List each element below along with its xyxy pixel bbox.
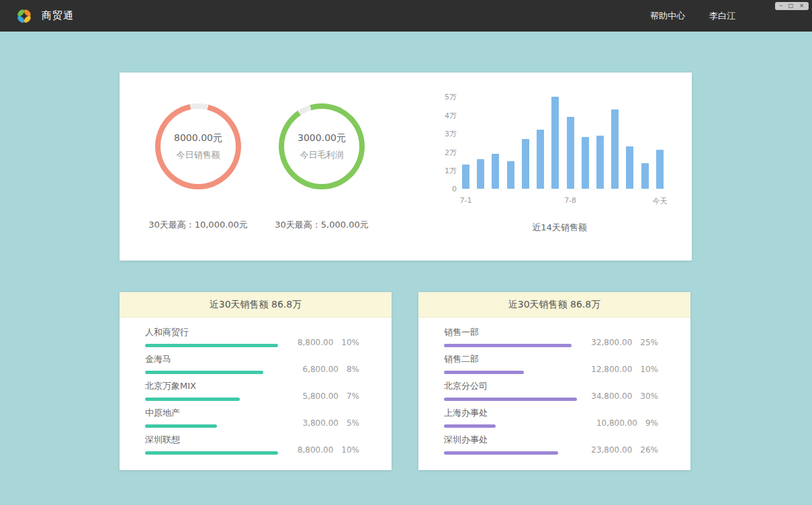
rank-bar-track xyxy=(444,451,577,455)
today-sales-block: 8000.00元 今日销售额 30天最高：10,000.00元 xyxy=(134,103,262,231)
bar-day xyxy=(462,165,469,189)
rank-bar xyxy=(145,424,217,428)
rank-percent: 10% xyxy=(640,365,658,374)
rank-bar-track xyxy=(444,424,577,428)
rank-bar-track xyxy=(444,371,577,374)
rank-percent: 8% xyxy=(347,365,359,374)
today-profit-donut: 3000.00元 今日毛利润 xyxy=(279,103,365,189)
rank-amount: 34,800.00 xyxy=(591,392,632,401)
rank-value: 10,800.009% xyxy=(596,418,658,428)
rank-bar-track xyxy=(145,398,278,401)
rank-item-name: 人和商贸行 xyxy=(145,326,359,338)
app-title: 商贸通 xyxy=(42,9,74,22)
y-tick-label: 3万 xyxy=(434,129,457,139)
rank-item-name: 深圳联想 xyxy=(145,434,359,446)
today-profit-donut-center: 3000.00元 今日毛利润 xyxy=(284,109,359,184)
rank-amount: 8,800.00 xyxy=(298,445,333,455)
x-tick-label: 7-8 xyxy=(564,196,576,205)
rank-amount: 10,800.00 xyxy=(596,418,637,428)
rank-value: 5,800.007% xyxy=(303,392,359,401)
bar-day xyxy=(522,139,529,189)
rank-value: 8,800.0010% xyxy=(298,445,359,455)
today-profit-max-note: 30天最高：5,000.00元 xyxy=(258,219,386,231)
rank-bar xyxy=(145,451,278,455)
app-logo-icon xyxy=(15,7,34,26)
rank-amount: 8,800.00 xyxy=(298,338,333,347)
bar-day xyxy=(626,146,633,189)
customer-rank-card: 近30天销售额 86.8万 人和商贸行8,800.0010%金海马6,800.0… xyxy=(120,292,392,470)
y-tick-label: 2万 xyxy=(434,148,457,158)
rank-bar-track xyxy=(145,344,278,347)
rank-item-name: 金海马 xyxy=(145,353,359,365)
overview-card: 8000.00元 今日销售额 30天最高：10,000.00元 3000.00元… xyxy=(120,73,692,261)
rank-value: 3,800.005% xyxy=(303,418,359,428)
daily-bar-plot xyxy=(462,97,664,189)
department-rank-title: 近30天销售额 86.8万 xyxy=(418,292,690,318)
minimize-icon[interactable]: – xyxy=(780,2,782,10)
rank-row: 上海办事处10,800.009% xyxy=(444,407,658,434)
rank-bar xyxy=(145,344,278,347)
rank-amount: 3,800.00 xyxy=(303,418,339,428)
bar-day xyxy=(567,117,574,189)
today-sales-donut-center: 8000.00元 今日销售额 xyxy=(161,109,236,184)
rank-percent: 10% xyxy=(341,338,359,347)
rank-row: 北京万象MIX5,800.007% xyxy=(145,380,359,407)
rank-bar-track xyxy=(145,371,278,374)
rank-percent: 26% xyxy=(640,445,658,455)
y-tick-label: 0 xyxy=(434,185,457,193)
today-profit-label: 今日毛利润 xyxy=(300,149,344,161)
daily-sales-chart: 5万4万3万2万1万0 7-17-8今天 xyxy=(434,91,669,207)
today-profit-block: 3000.00元 今日毛利润 30天最高：5,000.00元 xyxy=(258,103,386,231)
today-sales-donut: 8000.00元 今日销售额 xyxy=(155,103,241,189)
bar-day xyxy=(582,137,589,189)
rank-bar xyxy=(145,398,240,401)
bar-day xyxy=(641,163,649,189)
close-icon[interactable]: × xyxy=(799,2,804,10)
rank-row: 深圳办事处23,800.0026% xyxy=(444,434,658,461)
x-tick-label: 7-1 xyxy=(460,196,472,205)
rank-value: 34,800.0030% xyxy=(591,392,658,401)
rank-bar xyxy=(145,371,263,374)
bar-day xyxy=(596,136,604,189)
bar-day xyxy=(611,109,619,189)
topbar: 商贸通 帮助中心 李白江 – □ × xyxy=(0,0,812,32)
rank-item-name: 中原地产 xyxy=(145,407,359,419)
bar-day xyxy=(477,159,484,189)
today-sales-max-note: 30天最高：10,000.00元 xyxy=(134,219,262,231)
rank-item-name: 上海办事处 xyxy=(444,407,658,419)
rank-bar xyxy=(444,344,572,347)
rank-item-name: 销售一部 xyxy=(444,326,658,338)
rank-bar xyxy=(444,451,558,455)
help-center-link[interactable]: 帮助中心 xyxy=(650,10,685,22)
rank-row: 中原地产3,800.005% xyxy=(145,407,359,434)
rank-row: 销售二部12,800.0010% xyxy=(444,353,658,380)
customer-rank-title: 近30天销售额 86.8万 xyxy=(120,292,392,318)
rank-percent: 7% xyxy=(347,392,359,401)
rank-bar xyxy=(444,424,496,428)
rank-value: 12,800.0010% xyxy=(591,365,658,374)
rank-right-body: 销售一部32,800.0025%销售二部12,800.0010%北京分公司34,… xyxy=(418,318,690,461)
window-controls: – □ × xyxy=(775,2,809,10)
user-name[interactable]: 李白江 xyxy=(709,10,735,22)
rank-bar xyxy=(444,371,524,374)
rank-percent: 25% xyxy=(640,338,658,347)
rank-row: 深圳联想8,800.0010% xyxy=(145,434,359,461)
rank-percent: 30% xyxy=(640,392,658,401)
topbar-right: 帮助中心 李白江 xyxy=(650,10,797,22)
rank-item-name: 北京万象MIX xyxy=(145,380,359,392)
maximize-icon[interactable]: □ xyxy=(788,2,794,10)
bar-day xyxy=(492,154,499,189)
rank-bar-track xyxy=(145,451,278,455)
rank-bar-track xyxy=(444,398,577,401)
bar-day xyxy=(656,150,664,189)
bar-day xyxy=(551,97,559,189)
rank-value: 32,800.0025% xyxy=(591,338,658,347)
rank-item-name: 销售二部 xyxy=(444,353,658,365)
rank-amount: 12,800.00 xyxy=(591,365,632,374)
bar-day xyxy=(537,130,544,189)
rank-item-name: 北京分公司 xyxy=(444,380,658,392)
daily-x-axis: 7-17-8今天 xyxy=(434,196,669,207)
rank-row: 金海马6,800.008% xyxy=(145,353,359,380)
x-tick-label: 今天 xyxy=(653,196,668,206)
rank-amount: 5,800.00 xyxy=(303,392,339,401)
